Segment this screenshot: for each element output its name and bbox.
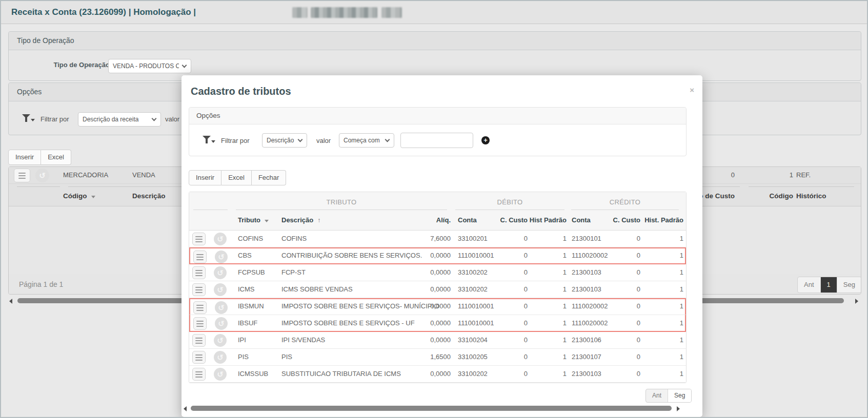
- cell-conta-debito: 33100205: [458, 353, 497, 361]
- col-header-descricao[interactable]: Descrição↑: [281, 216, 320, 224]
- row-undo-icon[interactable]: ↺: [215, 317, 228, 330]
- cell-tributo: FCPSUB: [238, 268, 265, 276]
- modal-filter-field-select[interactable]: Descrição: [262, 133, 307, 148]
- row-menu-button[interactable]: [193, 301, 207, 314]
- col-header-codigo[interactable]: Código: [63, 192, 95, 200]
- scroll-right-icon[interactable]: [855, 299, 858, 304]
- add-filter-icon[interactable]: +: [481, 136, 490, 144]
- col-header-aliq[interactable]: Alíq.: [420, 216, 451, 224]
- tributos-column-headers: Tributo Descrição↑ Alíq. Conta C. Custo …: [189, 210, 686, 231]
- row-menu-button[interactable]: [192, 233, 206, 245]
- scrollbar-thumb[interactable]: [191, 406, 672, 411]
- cell-ccusto-credito: 0: [611, 235, 640, 242]
- row-menu-button[interactable]: [14, 169, 30, 182]
- row-undo-icon[interactable]: ↺: [214, 334, 227, 347]
- cell-hist-debito: 1: [530, 319, 567, 327]
- next-page-button[interactable]: Seg: [837, 277, 861, 292]
- row-menu-button[interactable]: [193, 250, 207, 263]
- filter-funnel-icon[interactable]: [22, 114, 34, 123]
- cell-ccusto-credito: 0: [611, 302, 640, 310]
- sort-desc-icon: [265, 220, 269, 222]
- col-header-codigo-hist[interactable]: Código: [747, 192, 793, 200]
- cell-ccusto-credito: 0: [611, 319, 640, 327]
- modal-filter-operator-value: Começa com: [344, 137, 382, 144]
- cell-hist-credito: 1: [642, 285, 683, 293]
- receita-pagination: Ant 1 Seg: [797, 277, 861, 293]
- scroll-right-icon[interactable]: [677, 406, 680, 411]
- filter-field-select-value: Descrição da receita: [83, 116, 149, 123]
- modal-title: Cadastro de tributos: [191, 86, 291, 97]
- row-undo-icon[interactable]: ↺: [214, 283, 227, 296]
- scroll-left-icon[interactable]: [184, 406, 187, 411]
- cell-hist-debito: 1: [530, 285, 567, 293]
- scroll-left-icon[interactable]: [9, 299, 12, 304]
- row-menu-button[interactable]: [192, 266, 206, 279]
- group-debito: DÉBITO: [455, 198, 564, 210]
- tributos-table-body: ↺ COFINS COFINS 7,6000 33100201 0 1 2130…: [189, 231, 686, 383]
- page-toolbar: Inserir Excel: [8, 150, 71, 165]
- row-undo-icon[interactable]: ↺: [215, 250, 228, 263]
- cell-codigo-hist: 1: [747, 171, 793, 179]
- cell-historico: REF.: [796, 171, 811, 179]
- row-menu-button[interactable]: [192, 334, 206, 347]
- col-header-ccusto-debito[interactable]: C. Custo: [495, 216, 528, 224]
- prev-page-button[interactable]: Ant: [646, 389, 668, 402]
- col-header-descricao[interactable]: Descrição: [132, 192, 166, 200]
- app-window: Receita x Conta (23.126099) | Homologaçã…: [0, 0, 868, 418]
- modal-fechar-button[interactable]: Fechar: [252, 170, 286, 185]
- modal-filter-operator-select[interactable]: Começa com: [339, 133, 394, 148]
- row-undo-icon[interactable]: ↺: [214, 233, 227, 245]
- row-menu-button[interactable]: [192, 283, 206, 296]
- col-header-historico[interactable]: Histórico: [796, 192, 826, 200]
- col-header-tributo[interactable]: Tributo: [238, 216, 269, 224]
- tributo-row: ↺ IPI IPI S/VENDAS 0,0000 33100204 0 1 2…: [189, 332, 686, 349]
- modal-filter-value-input[interactable]: [400, 133, 473, 148]
- tributo-row: ↺ ICMSSUB SUBSTITUICAO TRIBUTARIA DE ICM…: [189, 366, 686, 383]
- cell-tributo: ICMSSUB: [238, 370, 268, 378]
- row-undo-icon[interactable]: ↺: [35, 169, 49, 182]
- row-menu-button[interactable]: [193, 317, 207, 330]
- tipo-operacao-select[interactable]: VENDA - PRODUTOS COM ST F: [108, 59, 191, 73]
- cell-ccusto-credito: 0: [611, 285, 640, 293]
- cell-aliq: 0,0000: [420, 302, 451, 310]
- col-header-conta-debito[interactable]: Conta: [458, 216, 497, 224]
- cell-hist-debito: 1: [530, 235, 567, 242]
- cell-hist-debito: 1: [530, 302, 567, 310]
- cell-conta-debito: 33100201: [458, 235, 497, 242]
- modal-horizontal-scrollbar[interactable]: [184, 405, 691, 412]
- cell-conta-credito: 21300103: [572, 370, 611, 378]
- row-menu-button[interactable]: [192, 351, 206, 364]
- cell-conta-debito: 1110010001: [458, 302, 497, 310]
- next-page-button[interactable]: Seg: [668, 389, 691, 402]
- cell-ccusto-debito: 0: [499, 319, 528, 327]
- filter-funnel-icon[interactable]: [203, 136, 215, 145]
- close-icon[interactable]: ×: [690, 86, 694, 94]
- cell-ccusto-debito: 0: [499, 336, 528, 344]
- col-header-conta-credito[interactable]: Conta: [572, 216, 611, 224]
- modal-excel-button[interactable]: Excel: [221, 170, 252, 185]
- cell-aliq: 0,0000: [420, 268, 451, 276]
- modal-inserir-button[interactable]: Inserir: [189, 170, 221, 185]
- excel-button[interactable]: Excel: [41, 150, 71, 165]
- sort-desc-icon: [91, 196, 95, 198]
- cell-tributo: PIS: [238, 353, 249, 361]
- cell-ccusto-debito: 0: [499, 353, 528, 361]
- tributos-table: TRIBUTO DÉBITO CRÉDITO Tributo Descrição…: [189, 192, 687, 383]
- prev-page-button[interactable]: Ant: [798, 277, 820, 292]
- col-header-ccusto-credito[interactable]: C. Custo: [608, 216, 640, 224]
- row-undo-icon[interactable]: ↺: [214, 368, 227, 381]
- col-header-hist-debito[interactable]: Hist Padrão: [523, 216, 567, 224]
- row-menu-button[interactable]: [192, 368, 206, 381]
- col-header-hist-credito[interactable]: Hist. Padrão: [642, 216, 683, 224]
- cell-tributo: IBSMUN: [238, 302, 264, 310]
- redacted-text: [381, 7, 402, 18]
- row-undo-icon[interactable]: ↺: [214, 351, 227, 364]
- row-undo-icon[interactable]: ↺: [214, 266, 227, 279]
- row-undo-icon[interactable]: ↺: [215, 301, 228, 314]
- cell-ccusto-debito: 0: [499, 252, 528, 259]
- current-page-button[interactable]: 1: [820, 277, 837, 292]
- cell-conta-credito: 1110020002: [572, 302, 611, 310]
- inserir-button[interactable]: Inserir: [8, 150, 41, 165]
- filter-field-select[interactable]: Descrição da receita: [78, 112, 161, 127]
- cell-hist-debito: 1: [530, 268, 567, 276]
